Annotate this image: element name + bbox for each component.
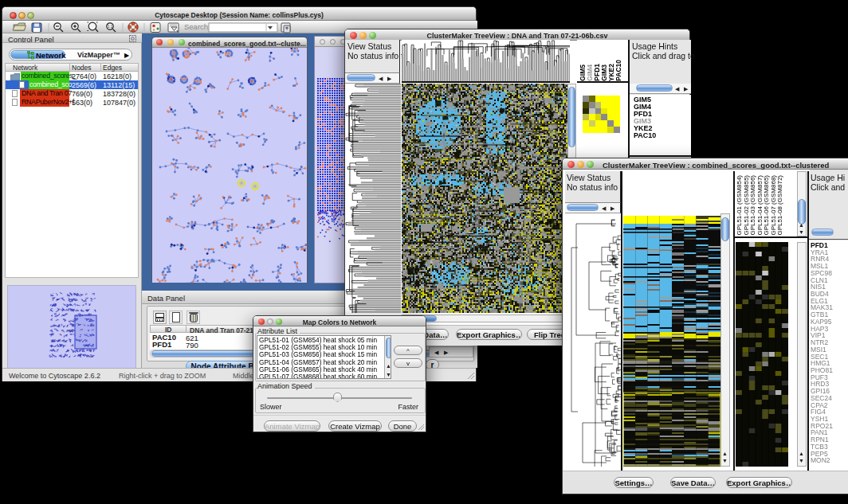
svg-text:Search:: Search:: [184, 22, 210, 31]
svg-text:1:1: 1:1: [108, 25, 113, 29]
